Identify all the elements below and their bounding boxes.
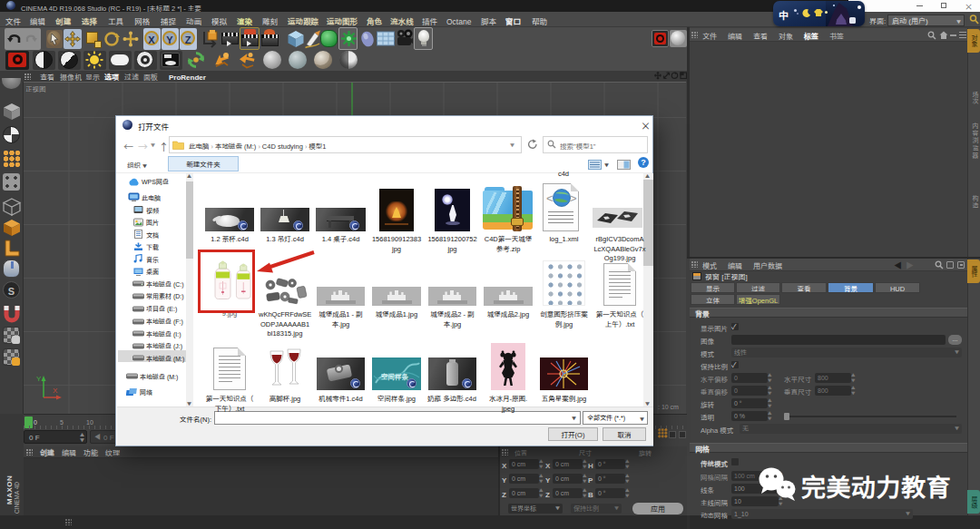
svg-text:X: X <box>53 385 58 395</box>
svg-text:Y: Y <box>36 373 42 383</box>
svg-text:空间样条: 空间样条 <box>381 371 408 381</box>
svg-text:>: > <box>570 189 577 206</box>
svg-text:<: < <box>546 189 554 206</box>
